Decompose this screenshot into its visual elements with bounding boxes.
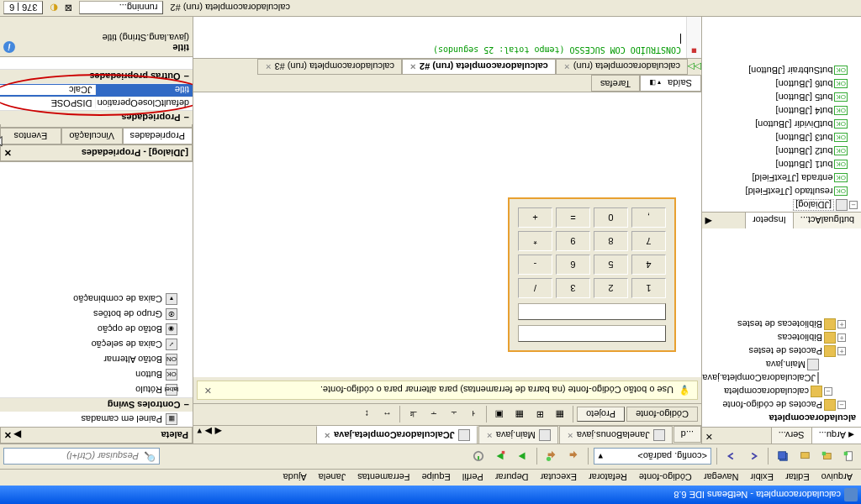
form-designer[interactable]: 1 2 3 / 4 5 6 - 7 8 9 * , 0 = + — [193, 92, 701, 377]
view-design-button[interactable]: Projeto — [577, 407, 625, 423]
undo-button[interactable] — [744, 448, 763, 466]
run-button[interactable] — [513, 448, 531, 466]
inspector-root[interactable]: −[JDialog] — [702, 198, 861, 212]
palette-buttongroup[interactable]: ⦿Grupo de botões — [0, 307, 193, 322]
menu-editar[interactable]: Editar — [780, 471, 815, 485]
tree-node[interactable]: −calculadoracompleta — [704, 385, 859, 398]
resultado-field[interactable] — [518, 325, 666, 342]
menu-navegar[interactable]: Navegar — [699, 471, 744, 485]
inspector-item[interactable]: OKresultado [JTextField] — [702, 185, 861, 198]
connection-mode-button[interactable]: ⊞ — [531, 406, 549, 424]
palette-item[interactable]: ▦Painel em camadas — [0, 412, 193, 427]
stop-icon[interactable]: ■ — [691, 46, 697, 56]
menu-perfil[interactable]: Perfil — [457, 471, 489, 485]
property-group[interactable]: −Propriedades — [0, 110, 193, 124]
menu-refatorar[interactable]: Refatorar — [584, 471, 632, 485]
menu-ferramentas[interactable]: Ferramentas — [352, 471, 415, 485]
view-source-button[interactable]: Código-fonte — [626, 407, 698, 423]
calc-button-3[interactable]: 3 — [556, 278, 590, 298]
console-tab[interactable]: calculadoracompleta (run)✕ — [556, 59, 688, 75]
info-icon[interactable]: i — [3, 41, 15, 53]
calc-button-2[interactable]: 2 — [594, 278, 628, 298]
tab-arquivos[interactable]: ◀Arqu... — [811, 428, 861, 444]
build-button[interactable] — [564, 448, 583, 466]
menu-equipe[interactable]: Equipe — [417, 471, 456, 485]
calc-button-multiply[interactable]: * — [518, 231, 552, 251]
dropdown-icon[interactable]: ▾ — [197, 426, 202, 437]
console-tab[interactable]: calculadoracompleta (run) #3✕ — [257, 59, 402, 75]
tab-inspetor[interactable]: Inspetor — [745, 213, 793, 228]
selection-mode-button[interactable]: ▦ — [551, 406, 569, 424]
calc-button-7[interactable]: 7 — [631, 231, 666, 251]
calc-button-comma[interactable]: , — [631, 207, 666, 228]
chevron-left-icon[interactable]: ◀ — [215, 426, 222, 437]
save-all-button[interactable] — [774, 448, 792, 466]
close-icon[interactable]: ✕ — [409, 63, 416, 71]
align-left-button[interactable]: ⫞ — [464, 406, 483, 424]
menu-ajuda[interactable]: Ajuda — [278, 471, 312, 485]
clean-build-button[interactable] — [542, 448, 561, 466]
palette-combo[interactable]: ▾Caixa de combinação — [0, 291, 193, 307]
close-hint-button[interactable]: ✕ — [204, 385, 212, 396]
same-width-button[interactable]: ↔ — [378, 406, 396, 424]
new-file-button[interactable] — [839, 448, 858, 466]
editor-tab[interactable]: Main.java✕ — [478, 426, 558, 444]
editor-tab[interactable]: ...d — [673, 426, 701, 443]
same-height-button[interactable]: ↕ — [357, 406, 376, 424]
dropdown-icon[interactable]: ▾ ◨ — [649, 80, 661, 87]
tree-file[interactable]: JCalculadoraCompleta.java — [704, 371, 859, 385]
menu-janela[interactable]: Janela — [314, 471, 351, 485]
jdialog-design-frame[interactable]: 1 2 3 / 4 5 6 - 7 8 9 * , 0 = + — [508, 197, 676, 352]
palette-toggle[interactable]: ONBotão Alternar — [0, 352, 193, 367]
chevron-right-icon[interactable]: ▶ ✕ — [4, 430, 21, 441]
inspector-item[interactable]: OKbut4 [JButton] — [702, 104, 861, 118]
chevron-right-icon[interactable]: ▶ — [205, 426, 212, 437]
inspector-item[interactable]: OKbut5 [JButton] — [702, 91, 861, 104]
property-value-input[interactable]: JCalc — [0, 86, 97, 96]
calc-button-5[interactable]: 5 — [594, 255, 628, 275]
tree-node[interactable]: +Pacotes de testes — [704, 344, 859, 358]
config-select[interactable]: <config. padrão>▾ — [594, 449, 711, 465]
panel-close-icon[interactable]: ✕ — [702, 428, 716, 444]
editor-tab-active[interactable]: JCalculadoraCompleta.java✕ — [316, 426, 478, 444]
inspector-item[interactable]: OKbut6 [JButton] — [702, 77, 861, 91]
menu-exibir[interactable]: Exibir — [745, 471, 779, 485]
debug-button[interactable] — [491, 448, 510, 466]
align-bottom-button[interactable]: ⫡ — [404, 406, 422, 424]
inspector-item[interactable]: OKbut1 [JButton] — [702, 158, 861, 171]
close-icon[interactable]: ✕ — [567, 431, 573, 439]
stop-icon[interactable]: ⊠ — [65, 3, 72, 13]
property-row-selected[interactable]: title JCalc — [0, 83, 193, 97]
console-tab-active[interactable]: calculadoracompleta (run) #2✕ — [402, 59, 556, 75]
tab-eventos[interactable]: Eventos — [0, 128, 61, 144]
calc-button-divide[interactable]: / — [518, 278, 552, 298]
calc-button-4[interactable]: 4 — [631, 255, 666, 275]
redo-button[interactable] — [722, 448, 741, 466]
palette-checkbox[interactable]: ✓Caixa de seleção — [0, 337, 193, 352]
calc-button-8[interactable]: 8 — [594, 231, 628, 251]
profile-button[interactable] — [469, 448, 488, 466]
close-icon[interactable]: ✕ — [324, 431, 330, 439]
entrada-field[interactable] — [518, 303, 666, 320]
tree-file[interactable]: Main.java — [704, 358, 859, 371]
inspector-item[interactable]: OKbutDividir [JButton] — [702, 118, 861, 131]
tab-servicos[interactable]: Serv... — [771, 428, 811, 444]
open-button[interactable] — [795, 448, 814, 466]
calc-button-equals[interactable]: = — [556, 207, 590, 228]
preview-button[interactable]: ▦ — [510, 406, 529, 424]
project-root-node[interactable]: alculadoracompleta — [704, 412, 859, 425]
inspector-item[interactable]: OKentrada [JTextField] — [702, 171, 861, 185]
tab-vinculacao[interactable]: Vinculação — [61, 128, 123, 144]
calc-button-1[interactable]: 1 — [631, 278, 666, 298]
output-tab-saida[interactable]: Saída▾ ◨ — [640, 75, 701, 92]
rerun-icon[interactable]: ▷▷ — [688, 59, 701, 75]
align-right-button[interactable]: ⫠ — [444, 406, 462, 424]
editor-tab[interactable]: JanelaBonus.java✕ — [559, 426, 673, 444]
close-icon[interactable]: ✕ — [563, 63, 570, 71]
tree-node[interactable]: +Bibliotecas — [704, 331, 859, 344]
calc-button-minus[interactable]: - — [518, 255, 552, 275]
calc-button-plus[interactable]: + — [518, 207, 552, 228]
calc-button-0[interactable]: 0 — [594, 207, 628, 228]
align-top-button[interactable]: ⫟ — [424, 406, 442, 424]
menu-codigo-fonte[interactable]: Código-fonte — [634, 471, 697, 485]
